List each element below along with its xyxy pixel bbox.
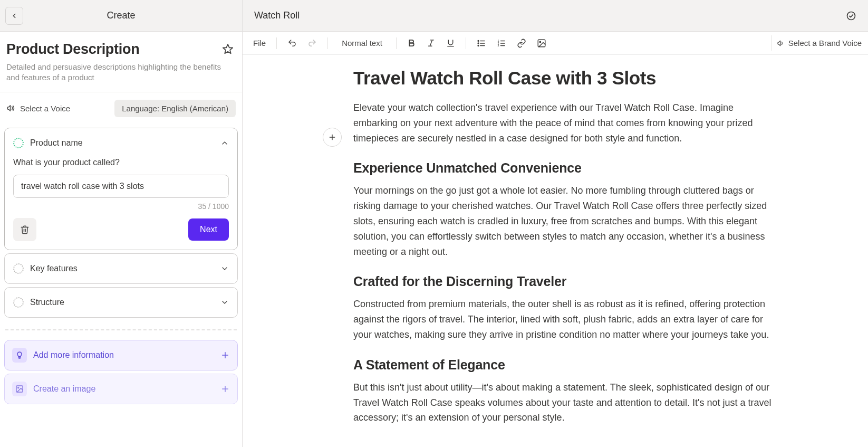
key-features-toggle[interactable]: Key features: [5, 254, 237, 283]
create-image-label: Create an image: [33, 384, 95, 394]
product-name-title: Product name: [30, 138, 83, 148]
bullet-list-icon: [477, 39, 486, 48]
brand-voice-label: Select a Brand Voice: [788, 39, 862, 47]
svg-point-16: [478, 43, 479, 44]
numbered-list-icon: 123: [497, 39, 506, 48]
plus-icon: [328, 133, 336, 141]
divider: [5, 329, 237, 330]
divider: [466, 37, 466, 49]
back-button[interactable]: [5, 7, 23, 25]
template-subtitle: Detailed and persuasive descriptions hig…: [6, 62, 223, 83]
text-style-select[interactable]: Normal text: [334, 35, 390, 51]
svg-point-5: [18, 387, 19, 388]
plus-icon: [220, 350, 230, 360]
add-more-info-label: Add more information: [33, 350, 114, 360]
svg-line-10: [430, 40, 432, 46]
doc-paragraph[interactable]: Your mornings on the go just got a whole…: [353, 183, 775, 259]
svg-marker-1: [223, 44, 233, 53]
lightbulb-icon: [15, 351, 24, 359]
page-mode-title: Create: [23, 10, 219, 21]
svg-point-17: [478, 45, 479, 46]
product-name-input[interactable]: [13, 175, 229, 198]
svg-point-0: [847, 12, 855, 20]
link-button[interactable]: [513, 35, 531, 51]
bold-icon: [407, 39, 416, 47]
redo-button[interactable]: [303, 35, 321, 51]
doc-paragraph[interactable]: Constructed from premium materials, the …: [353, 297, 775, 342]
check-circle-icon: [846, 11, 856, 21]
image-icon: [15, 385, 24, 393]
brand-voice-button[interactable]: Select a Brand Voice: [771, 35, 862, 51]
language-selector[interactable]: Language: English (American): [114, 100, 236, 117]
select-voice-button[interactable]: Select a Voice: [6, 103, 70, 113]
italic-icon: [427, 39, 436, 47]
chevron-left-icon: [11, 12, 18, 20]
italic-button[interactable]: [422, 35, 440, 51]
redo-icon: [307, 39, 317, 48]
divider: [327, 37, 328, 49]
underline-button[interactable]: [442, 35, 459, 51]
favorite-button[interactable]: [220, 41, 236, 57]
select-voice-label: Select a Voice: [20, 104, 70, 113]
bullet-list-button[interactable]: [472, 35, 490, 51]
delete-input-button[interactable]: [13, 218, 36, 241]
undo-icon: [287, 39, 297, 48]
svg-point-25: [539, 41, 541, 42]
trash-icon: [20, 225, 30, 234]
megaphone-icon: [777, 39, 785, 47]
divider: [276, 37, 277, 49]
megaphone-icon: [6, 103, 16, 113]
link-icon: [517, 39, 526, 48]
doc-paragraph[interactable]: But this isn't just about utility—it's a…: [353, 380, 775, 425]
progress-indicator-icon: [13, 263, 24, 274]
bold-button[interactable]: [403, 35, 420, 51]
doc-heading-2[interactable]: Experience Unmatched Convenience: [353, 160, 775, 176]
chevron-down-icon: [220, 298, 229, 307]
underline-icon: [446, 39, 455, 47]
document-title[interactable]: Watch Roll: [254, 10, 300, 21]
chevron-up-icon: [220, 139, 229, 147]
next-button[interactable]: Next: [188, 218, 229, 241]
char-counter: 35 / 1000: [13, 202, 229, 211]
progress-indicator-icon: [13, 297, 24, 308]
doc-heading-2[interactable]: Crafted for the Discerning Traveler: [353, 274, 775, 289]
structure-toggle[interactable]: Structure: [5, 288, 237, 317]
status-saved-indicator: [846, 11, 856, 21]
doc-paragraph[interactable]: Elevate your watch collection's travel e…: [353, 100, 775, 146]
template-title: Product Description: [6, 41, 139, 58]
image-button[interactable]: [533, 35, 551, 51]
star-icon: [222, 43, 234, 55]
svg-text:3: 3: [497, 44, 499, 47]
create-image-button[interactable]: Create an image: [4, 374, 238, 404]
insert-block-button[interactable]: [323, 128, 342, 147]
chevron-down-icon: [220, 264, 229, 273]
structure-title: Structure: [30, 298, 64, 307]
key-features-title: Key features: [30, 264, 78, 273]
progress-indicator-icon: [13, 138, 24, 148]
undo-button[interactable]: [283, 35, 301, 51]
product-name-question: What is your product called?: [13, 158, 229, 167]
doc-heading-2[interactable]: A Statement of Elegance: [353, 357, 775, 373]
image-icon: [537, 39, 546, 48]
doc-heading-1[interactable]: Travel Watch Roll Case with 3 Slots: [353, 68, 775, 89]
file-menu[interactable]: File: [249, 35, 270, 51]
divider: [396, 37, 397, 49]
add-more-info-button[interactable]: Add more information: [4, 340, 238, 370]
product-name-toggle[interactable]: Product name: [5, 128, 237, 158]
numbered-list-button[interactable]: 123: [493, 35, 510, 51]
plus-icon: [220, 384, 230, 394]
document-body[interactable]: Travel Watch Roll Case with 3 Slots Elev…: [348, 68, 780, 425]
svg-point-15: [478, 40, 479, 41]
